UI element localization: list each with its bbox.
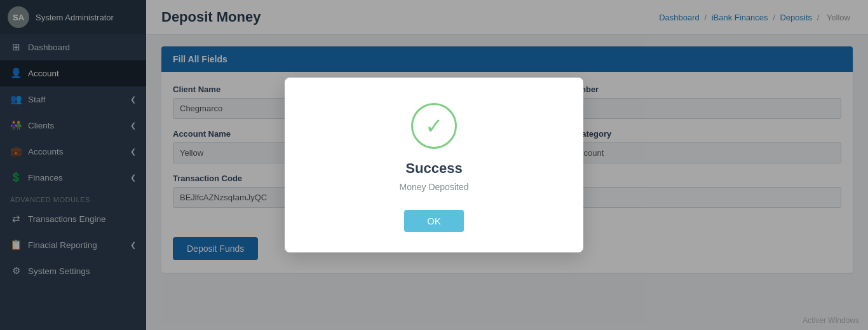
checkmark-icon: ✓ [425,115,443,137]
modal-subtitle: Money Deposited [400,182,469,192]
success-modal: ✓ Success Money Deposited OK [285,78,583,252]
modal-overlay: ✓ Success Money Deposited OK [0,0,868,330]
modal-title: Success [405,160,462,177]
success-check-circle: ✓ [411,103,457,149]
ok-button[interactable]: OK [404,210,464,232]
